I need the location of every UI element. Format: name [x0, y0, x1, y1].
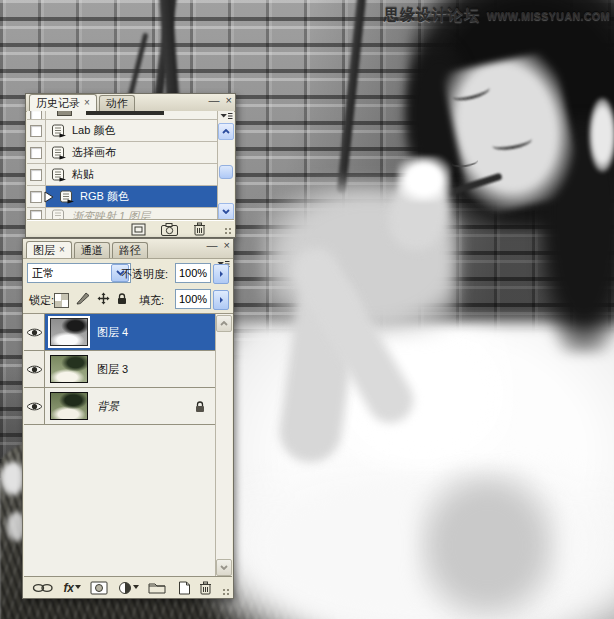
history-brush-checkbox[interactable] [30, 191, 42, 203]
new-snapshot-icon[interactable] [161, 223, 178, 236]
history-item[interactable]: 选择画布 [27, 142, 217, 164]
history-item-label: Lab 颜色 [72, 123, 115, 138]
link-layers-icon[interactable] [32, 583, 54, 593]
close-button[interactable]: × [224, 240, 230, 251]
hair-flower [589, 98, 614, 172]
lock-position-icon[interactable] [97, 291, 110, 309]
current-state-pointer-icon[interactable] [44, 191, 54, 203]
layer-thumbnail[interactable] [50, 355, 88, 383]
history-list: Lab 颜色 选择画布 粘贴 [27, 111, 217, 221]
tab-paths[interactable]: 路径 [112, 242, 148, 258]
resize-grip[interactable] [224, 227, 233, 236]
eye-icon [26, 327, 43, 338]
history-brush-checkbox[interactable] [30, 125, 42, 137]
layer-thumbnail[interactable] [50, 318, 88, 346]
new-layer-icon[interactable] [176, 581, 190, 595]
history-brush-checkbox[interactable] [30, 111, 42, 120]
visibility-toggle[interactable] [24, 314, 45, 350]
tab-history[interactable]: 历史记录 × [29, 94, 97, 111]
scrollbar-thumb[interactable] [219, 165, 233, 179]
history-brush-well[interactable] [27, 164, 46, 185]
history-panel: 历史记录 × 动作 — × [25, 93, 236, 238]
history-item-body[interactable]: 选择画布 [46, 142, 217, 163]
scroll-up-button[interactable] [216, 315, 232, 332]
opacity-input[interactable]: 100% [175, 263, 211, 283]
eye-icon [26, 401, 43, 412]
new-document-from-state-icon[interactable] [131, 223, 146, 236]
trash-icon[interactable] [193, 222, 206, 236]
history-item-label: 粘贴 [72, 167, 94, 182]
opacity-value: 100% [179, 267, 207, 279]
layers-panel-titlebar[interactable]: 图层 × 通道 路径 — × [23, 239, 233, 259]
layer-thumbnail[interactable] [50, 392, 88, 420]
tab-close-icon[interactable]: × [59, 245, 65, 255]
layer-row-body[interactable]: 图层 3 [45, 351, 215, 387]
fill-label: 填充: [139, 293, 164, 308]
fill-value: 100% [179, 293, 207, 305]
lock-pixels-icon[interactable] [76, 291, 90, 309]
new-adjustment-layer-icon[interactable] [118, 581, 139, 595]
blend-mode-select[interactable]: 正常 [27, 263, 131, 283]
history-item-body[interactable]: 粘贴 [46, 164, 217, 185]
history-state-icon [59, 190, 75, 204]
chevron-down-icon [75, 585, 81, 589]
layer-row-selected[interactable]: 图层 4 [24, 314, 215, 351]
layer-row-background[interactable]: 背景 [24, 388, 215, 425]
watermark-forum-name: 思缘设计论坛 [384, 6, 480, 25]
history-state-icon [51, 168, 67, 182]
history-item-body[interactable] [46, 111, 217, 119]
scroll-down-button[interactable] [218, 203, 234, 220]
knee [415, 468, 560, 619]
history-panel-titlebar[interactable]: 历史记录 × 动作 — × [26, 94, 235, 112]
lock-transparency-icon[interactable] [54, 293, 69, 308]
history-item-body[interactable]: Lab 颜色 [46, 120, 217, 141]
resize-grip[interactable] [222, 588, 231, 597]
history-item-selected[interactable]: RGB 颜色 [27, 186, 217, 208]
lock-all-icon[interactable] [117, 291, 127, 309]
minimize-button[interactable]: — [207, 240, 218, 251]
history-item[interactable]: 粘贴 [27, 164, 217, 186]
layer-list: 图层 4 图层 3 [24, 314, 215, 577]
history-state-icon [51, 124, 67, 138]
layer-name[interactable]: 背景 [97, 399, 119, 414]
layer-row-body[interactable]: 图层 4 [45, 314, 215, 350]
history-item[interactable]: Lab 颜色 [27, 120, 217, 142]
tab-actions-label: 动作 [106, 96, 128, 111]
layer-row[interactable]: 图层 3 [24, 351, 215, 388]
tab-close-icon[interactable]: × [84, 98, 90, 108]
add-layer-mask-icon[interactable] [90, 581, 108, 595]
visibility-toggle[interactable] [24, 351, 45, 387]
close-button[interactable]: × [226, 95, 232, 106]
layers-panel: 图层 × 通道 路径 — × 正常 不透 [22, 238, 234, 599]
history-brush-well[interactable] [27, 142, 46, 163]
scroll-up-button[interactable] [218, 123, 234, 140]
tab-channels[interactable]: 通道 [74, 242, 110, 258]
layer-name[interactable]: 图层 4 [97, 325, 128, 340]
layer-style-icon[interactable]: fx [63, 583, 81, 593]
history-item-body[interactable]: RGB 颜色 [46, 186, 217, 207]
fill-input[interactable]: 100% [175, 289, 211, 309]
minimize-button[interactable]: — [209, 95, 220, 106]
history-state-icon [51, 146, 67, 160]
new-group-icon[interactable] [148, 581, 166, 594]
opacity-slider-arrow-icon[interactable] [213, 264, 229, 284]
history-scrollbar[interactable] [217, 111, 234, 221]
history-item-clipped[interactable] [27, 111, 217, 120]
tab-layers[interactable]: 图层 × [26, 241, 72, 258]
trash-icon[interactable] [199, 581, 212, 595]
hand-flower [397, 156, 451, 202]
history-brush-well[interactable] [27, 111, 46, 119]
layer-name[interactable]: 图层 3 [97, 362, 128, 377]
panel-menu-icon[interactable] [219, 111, 234, 122]
history-brush-well[interactable] [27, 120, 46, 141]
tab-channels-label: 通道 [81, 243, 103, 258]
lock-label: 锁定: [29, 293, 54, 308]
tab-actions[interactable]: 动作 [99, 95, 135, 111]
layer-row-body[interactable]: 背景 [45, 388, 215, 424]
layers-scrollbar[interactable] [215, 314, 232, 577]
visibility-toggle[interactable] [24, 388, 45, 424]
history-brush-checkbox[interactable] [30, 169, 42, 181]
fill-slider-arrow-icon[interactable] [213, 290, 229, 310]
history-brush-checkbox[interactable] [30, 147, 42, 159]
scroll-down-button[interactable] [216, 559, 232, 576]
